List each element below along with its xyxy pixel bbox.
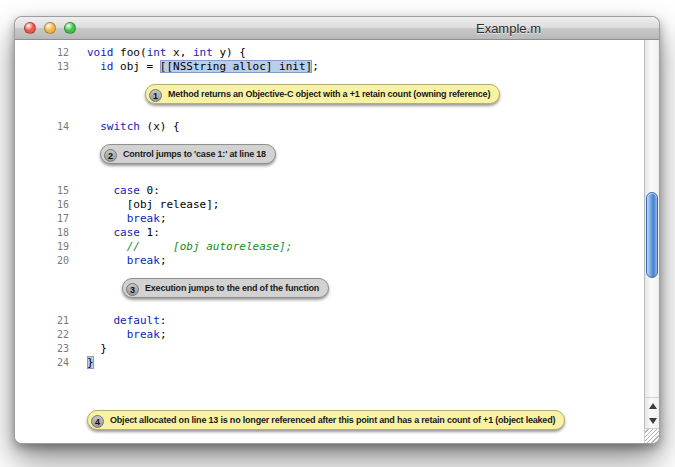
code-segment: break bbox=[127, 212, 160, 225]
code-segment bbox=[87, 226, 114, 239]
line-number: 12 bbox=[15, 46, 69, 60]
code-line[interactable]: 18 case 1: bbox=[15, 226, 644, 240]
code-line[interactable]: 13 id obj = [[NSString alloc] init]; bbox=[15, 60, 644, 74]
titlebar[interactable]: Example.m bbox=[15, 17, 659, 40]
code-segment: y) { bbox=[213, 46, 246, 59]
code-line[interactable]: 16 [obj release]; bbox=[15, 198, 644, 212]
bubble-row: 1Method returns an Objective-C object wi… bbox=[15, 74, 644, 120]
editor-window: Example.m 12void foo(int x, int y) {13 i… bbox=[14, 16, 660, 444]
analyzer-bubble-4[interactable]: 4Object allocated on line 13 is no longe… bbox=[87, 410, 565, 430]
code-segment bbox=[87, 328, 127, 341]
line-number: 22 bbox=[15, 328, 69, 342]
scroll-up-arrow-icon[interactable] bbox=[645, 397, 659, 413]
bubble-text: Control jumps to 'case 1:' at line 18 bbox=[123, 149, 266, 159]
code-segment: x, bbox=[167, 46, 194, 59]
code-segment: case bbox=[114, 226, 141, 239]
code-text: break; bbox=[69, 254, 167, 268]
bubble-number: 2 bbox=[104, 149, 117, 162]
bubble-row: 4Object allocated on line 13 is no longe… bbox=[15, 370, 644, 434]
code-line[interactable]: 24} bbox=[15, 356, 644, 370]
code-line[interactable]: 17 break; bbox=[15, 212, 644, 226]
code-segment: // [obj autorelease]; bbox=[127, 240, 293, 253]
code-line[interactable]: 22 break; bbox=[15, 328, 644, 342]
code-segment bbox=[87, 120, 100, 133]
code-line[interactable]: 23 } bbox=[15, 342, 644, 356]
code-text: break; bbox=[69, 328, 167, 342]
code-segment: id bbox=[100, 60, 113, 73]
code-segment: default bbox=[114, 314, 160, 327]
code-segment: ; bbox=[160, 328, 167, 341]
desktop: Example.m 12void foo(int x, int y) {13 i… bbox=[0, 0, 675, 467]
close-button[interactable] bbox=[24, 22, 36, 34]
line-number: 24 bbox=[15, 356, 69, 370]
bubble-row: 2Control jumps to 'case 1:' at line 18 bbox=[15, 134, 644, 184]
code-segment bbox=[87, 314, 114, 327]
window-controls bbox=[24, 22, 76, 34]
code-segment bbox=[87, 254, 127, 267]
code-text: id obj = [[NSString alloc] init]; bbox=[69, 60, 319, 74]
code-segment: switch bbox=[100, 120, 140, 133]
bubble-text: Object allocated on line 13 is no longer… bbox=[110, 415, 555, 425]
code-text: default: bbox=[69, 314, 166, 328]
line-number: 20 bbox=[15, 254, 69, 268]
code-line[interactable]: 14 switch (x) { bbox=[15, 120, 644, 134]
editor-content: 12void foo(int x, int y) {13 id obj = [[… bbox=[15, 40, 659, 443]
line-number: 21 bbox=[15, 314, 69, 328]
code-segment: : bbox=[160, 314, 167, 327]
line-number: 15 bbox=[15, 184, 69, 198]
code-text: case 1: bbox=[69, 226, 160, 240]
code-text: } bbox=[69, 356, 94, 370]
code-segment: foo( bbox=[114, 46, 147, 59]
analyzer-bubble-2[interactable]: 2Control jumps to 'case 1:' at line 18 bbox=[100, 144, 276, 164]
scrollbar-thumb[interactable] bbox=[646, 192, 658, 278]
analyzer-highlight: [[NSString alloc] init] bbox=[160, 60, 312, 73]
line-number: 23 bbox=[15, 342, 69, 356]
zoom-button[interactable] bbox=[64, 22, 76, 34]
line-number: 17 bbox=[15, 212, 69, 226]
code-text: } bbox=[69, 342, 107, 356]
code-segment: 0: bbox=[140, 184, 160, 197]
window-title: Example.m bbox=[476, 21, 541, 36]
line-number: 14 bbox=[15, 120, 69, 134]
code-segment: (x) { bbox=[140, 120, 180, 133]
code-segment: case bbox=[114, 184, 141, 197]
line-number: 16 bbox=[15, 198, 69, 212]
code-line[interactable]: 21 default: bbox=[15, 314, 644, 328]
code-segment bbox=[87, 240, 127, 253]
scroll-down-arrow-icon[interactable] bbox=[645, 413, 659, 428]
bubble-row: 3Execution jumps to the end of the funct… bbox=[15, 268, 644, 314]
code-segment: break bbox=[127, 328, 160, 341]
resize-grip[interactable] bbox=[644, 428, 659, 443]
bubble-number: 4 bbox=[91, 415, 104, 428]
vertical-scrollbar[interactable] bbox=[644, 40, 659, 428]
code-text: [obj release]; bbox=[69, 198, 219, 212]
analyzer-highlight: } bbox=[87, 356, 94, 369]
code-segment: } bbox=[87, 342, 107, 355]
code-text: void foo(int x, int y) { bbox=[69, 46, 246, 60]
code-line[interactable]: 20 break; bbox=[15, 254, 644, 268]
analyzer-bubble-3[interactable]: 3Execution jumps to the end of the funct… bbox=[122, 278, 329, 298]
code-text: // [obj autorelease]; bbox=[69, 240, 292, 254]
code-segment: void bbox=[87, 46, 114, 59]
code-line[interactable]: 19 // [obj autorelease]; bbox=[15, 240, 644, 254]
code-segment bbox=[87, 60, 100, 73]
bubble-text: Method returns an Objective-C object wit… bbox=[168, 89, 490, 99]
analyzer-bubble-1[interactable]: 1Method returns an Objective-C object wi… bbox=[145, 84, 500, 104]
code-segment: break bbox=[127, 254, 160, 267]
code-segment: int bbox=[147, 46, 167, 59]
line-number: 19 bbox=[15, 240, 69, 254]
code-segment: ; bbox=[160, 254, 167, 267]
code-line[interactable]: 12void foo(int x, int y) { bbox=[15, 46, 644, 60]
code-text: case 0: bbox=[69, 184, 160, 198]
line-number: 13 bbox=[15, 60, 69, 74]
code-segment: ; bbox=[160, 212, 167, 225]
code-text: break; bbox=[69, 212, 167, 226]
minimize-button[interactable] bbox=[44, 22, 56, 34]
code-line[interactable]: 15 case 0: bbox=[15, 184, 644, 198]
code-rows[interactable]: 12void foo(int x, int y) {13 id obj = [[… bbox=[15, 40, 644, 443]
code-segment: ; bbox=[312, 60, 319, 73]
bubble-number: 1 bbox=[149, 89, 162, 102]
code-segment bbox=[87, 212, 127, 225]
code-segment bbox=[87, 184, 114, 197]
code-segment: obj = bbox=[114, 60, 160, 73]
